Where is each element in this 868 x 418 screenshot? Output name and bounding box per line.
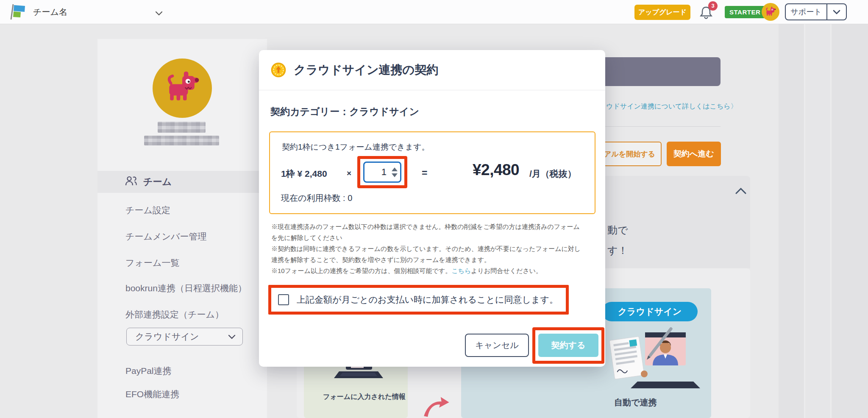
sidebar-item-member-management[interactable]: チームメンバー管理 xyxy=(125,231,206,242)
team-switcher-chevron-icon[interactable] xyxy=(155,10,163,17)
curved-arrow-icon xyxy=(421,394,451,418)
cancel-button[interactable]: キャンセル xyxy=(465,334,529,357)
dog-avatar-icon xyxy=(764,6,777,18)
quantity-input[interactable]: 1 xyxy=(363,162,401,183)
sidebar-section-team: チーム xyxy=(97,171,267,193)
team-name: チーム名 xyxy=(33,0,67,24)
user-avatar[interactable] xyxy=(762,3,779,21)
unit-price-label: 1枠 ¥ 2,480 xyxy=(281,168,327,180)
quantity-stepper[interactable] xyxy=(389,163,400,181)
sidebar-item-team-settings[interactable]: チーム設定 xyxy=(125,204,170,216)
right-margin-strip xyxy=(779,24,868,418)
background-text-fragment-2: す！ xyxy=(607,244,628,257)
note-3-pre: ※10フォーム以上の連携をご希望の方は、個別相談可能です。 xyxy=(271,267,451,274)
quantity-stepper-down[interactable] xyxy=(392,173,398,177)
note-3-post: よりお問合せください。 xyxy=(471,267,542,274)
blurred-team-subtext xyxy=(144,136,219,145)
background-text-fragment-1: 動で xyxy=(607,223,628,237)
form-data-caption: フォームに入力された情報 xyxy=(323,393,406,401)
proceed-to-contract-button[interactable]: 契約へ進む xyxy=(667,142,721,166)
note-2: ※契約数は同時に連携できるフォームの数を示しています。そのため、連携が不要になっ… xyxy=(271,243,586,265)
upgrade-button[interactable]: アップグレード xyxy=(634,5,690,20)
price-box-intro: 契約1枠につき1フォーム連携できます。 xyxy=(282,142,430,153)
dog-avatar-large-icon xyxy=(162,68,203,109)
agree-label: 上記金額が月ごとのお支払い時に加算されることに同意します。 xyxy=(297,294,558,306)
per-month-label: /月（税抜） xyxy=(529,168,576,180)
collapse-chevron-up-icon[interactable] xyxy=(735,188,746,196)
coin-upgrade-icon xyxy=(271,62,286,78)
sidebar-item-paypal[interactable]: PayPal連携 xyxy=(125,365,172,377)
cloudsign-contract-modal: クラウドサイン連携の契約 契約カテゴリー：クラウドサイン 契約1枠につき1フォー… xyxy=(259,50,605,367)
modal-header: クラウドサイン連携の契約 xyxy=(259,50,605,90)
note-1: ※現在連携済みのフォーム数以下の枠数は選択できません。枠数の削減をご希望の方は連… xyxy=(271,221,586,243)
integration-select-value: クラウドサイン xyxy=(135,331,228,343)
multiply-sign: × xyxy=(347,169,351,178)
annotation-box-agreement: 上記金額が月ごとのお支払い時に加算されることに同意します。 xyxy=(268,285,569,315)
sidebar-item-external-integration[interactable]: 外部連携設定（チーム） xyxy=(125,309,224,320)
plan-badge: STARTER xyxy=(725,6,765,18)
cloudsign-details-link[interactable]: ウドサイン連携について詳しくはこちら〉 xyxy=(606,102,737,111)
note-3: ※10フォーム以上の連携をご希望の方は、個別相談可能です。こちらよりお問合せくだ… xyxy=(271,265,586,276)
cloudsign-illustration xyxy=(604,323,706,398)
support-button-label[interactable]: サポート xyxy=(786,4,826,20)
sidebar-section-label: チーム xyxy=(143,176,172,188)
total-price: ¥2,480 xyxy=(473,161,519,179)
app-root: チーム名 アップグレード 3 STARTER xyxy=(0,0,868,418)
contact-link[interactable]: こちら xyxy=(451,267,471,274)
agree-checkbox[interactable] xyxy=(278,294,289,305)
auto-link-caption: 自動で連携 xyxy=(614,397,657,408)
equals-sign: = xyxy=(422,167,427,179)
contract-notes: ※現在連携済みのフォーム数以下の枠数は選択できません。枠数の削減をご希望の方は連… xyxy=(271,221,586,276)
support-split-button[interactable]: サポート xyxy=(785,3,847,20)
integration-select[interactable]: クラウドサイン xyxy=(126,328,243,346)
submit-contract-button[interactable]: 契約する xyxy=(538,334,598,357)
support-chevron-icon[interactable] xyxy=(827,4,846,20)
annotation-box-submit: 契約する xyxy=(532,327,604,364)
contract-category-heading: 契約カテゴリー：クラウドサイン xyxy=(270,105,419,118)
sidebar-item-efo[interactable]: EFO機能連携 xyxy=(125,388,179,400)
team-people-icon xyxy=(125,176,137,188)
modal-title: クラウドサイン連携の契約 xyxy=(294,62,438,78)
price-box: 契約1枠につき1フォーム連携できます。 1枠 ¥ 2,480 × 1 = ¥2,… xyxy=(269,131,595,214)
annotation-box-quantity: 1 xyxy=(357,156,407,188)
quantity-value[interactable]: 1 xyxy=(364,167,389,178)
blurred-team-name xyxy=(158,122,206,133)
sidebar-item-form-list[interactable]: フォーム一覧 xyxy=(125,257,179,269)
current-usage-label: 現在の利用枠数 : 0 xyxy=(281,192,352,204)
cloudsign-pill-label: クラウドサイン xyxy=(602,302,698,321)
integration-select-chevron-icon xyxy=(228,334,236,339)
notification-count-badge: 3 xyxy=(708,1,718,11)
quantity-stepper-up[interactable] xyxy=(392,167,398,171)
formrun-logo-icon xyxy=(10,3,26,22)
sidebar: チーム チーム設定 チームメンバー管理 フォーム一覧 bookrun連携（日程選… xyxy=(97,39,267,418)
team-avatar xyxy=(153,59,212,118)
app-header: チーム名 アップグレード 3 STARTER xyxy=(0,0,868,24)
sidebar-item-bookrun[interactable]: bookrun連携（日程選択機能） xyxy=(125,282,247,294)
